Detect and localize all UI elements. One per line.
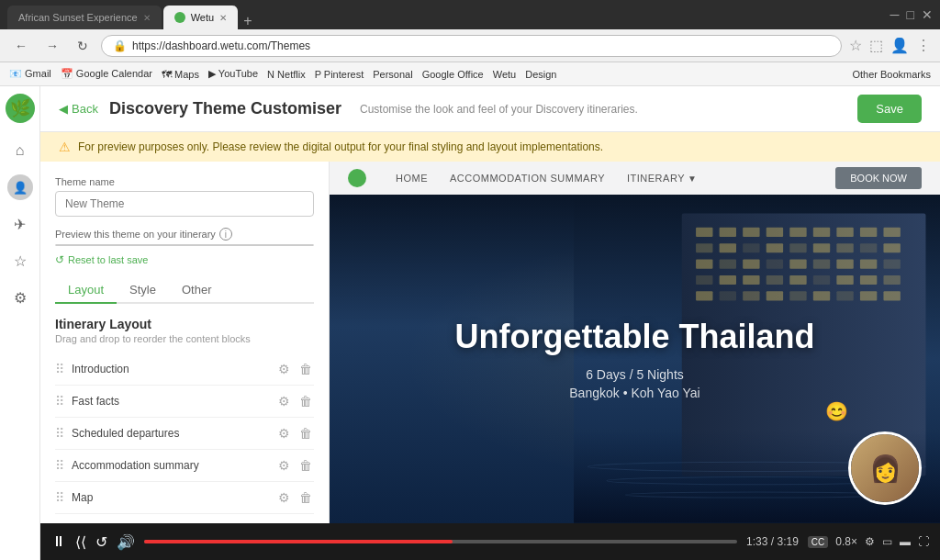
address-bar[interactable]: 🔒 https://dashboard.wetu.com/Themes bbox=[101, 35, 842, 57]
warning-banner: ⚠ For preview purposes only. Please revi… bbox=[40, 132, 940, 162]
save-button[interactable]: Save bbox=[857, 95, 922, 123]
reload-button[interactable]: ↻ bbox=[72, 37, 94, 55]
drag-handle-icon[interactable]: ⠿ bbox=[55, 362, 64, 376]
video-theater-button[interactable]: ▬ bbox=[900, 535, 911, 548]
drag-handle-icon[interactable]: ⠿ bbox=[55, 490, 64, 505]
settings-icon[interactable]: ⚙ bbox=[276, 424, 292, 442]
video-fullscreen-button[interactable]: ⛶ bbox=[918, 535, 929, 548]
bookmark-wetu[interactable]: Wetu bbox=[493, 69, 516, 80]
bookmark-netflix[interactable]: N Netflix bbox=[267, 69, 306, 80]
video-speed-button[interactable]: 0.8× bbox=[835, 535, 857, 548]
layout-item: ⠿ Fast facts ⚙ 🗑 bbox=[55, 386, 314, 418]
hero-duration: 6 Days / 5 Nights bbox=[586, 367, 684, 382]
home-icon: ⌂ bbox=[16, 142, 25, 159]
sidebar-icon-user[interactable]: 👤 bbox=[4, 171, 37, 204]
preview-nav-itinerary[interactable]: ITINERARY ▼ bbox=[627, 173, 697, 184]
tab-close-icon[interactable]: ✕ bbox=[143, 13, 151, 23]
bookmarks-bar: 📧 Gmail 📅 Google Calendar 🗺 Maps ▶ YouTu… bbox=[0, 62, 940, 86]
drag-handle-icon[interactable]: ⠿ bbox=[55, 426, 64, 441]
preview-input-wrap bbox=[55, 244, 314, 246]
warning-text: For preview purposes only. Please review… bbox=[78, 140, 603, 153]
section-title: Itinerary Layout bbox=[55, 317, 314, 331]
bookmark-pinterest[interactable]: P Pinterest bbox=[315, 69, 364, 80]
settings-icon[interactable]: ⚙ bbox=[276, 360, 292, 378]
video-mute-button[interactable]: 🔊 bbox=[117, 533, 135, 551]
map-icon: ✈ bbox=[14, 216, 26, 233]
preview-url-input[interactable] bbox=[56, 244, 313, 246]
hero-meta: 6 Days / 5 Nights Bangkok • Koh Yao Yai bbox=[569, 367, 699, 400]
bookmark-google-office[interactable]: Google Office bbox=[422, 69, 484, 80]
item-name: Introduction bbox=[72, 363, 269, 375]
page-subtitle: Customise the look and feel of your Disc… bbox=[360, 103, 638, 116]
page-header: ◀ Back Discovery Theme Customiser Custom… bbox=[40, 86, 940, 132]
bookmark-youtube[interactable]: ▶ YouTube bbox=[208, 68, 258, 80]
reset-link[interactable]: ↺ Reset to last save bbox=[55, 253, 314, 266]
avatar[interactable]: 🌿 bbox=[6, 94, 35, 123]
preview-nav-accommodation[interactable]: ACCOMMODATION SUMMARY bbox=[450, 173, 605, 184]
tab-wetu[interactable]: Wetu ✕ bbox=[163, 6, 238, 29]
chevron-left-icon: ◀ bbox=[59, 102, 68, 116]
item-name: Scheduled departures bbox=[72, 427, 269, 440]
video-play-button[interactable]: ⏸ bbox=[51, 533, 66, 550]
preview-nav: HOME ACCOMMODATION SUMMARY ITINERARY ▼ B… bbox=[330, 162, 940, 195]
layout-items-list: ⠿ Introduction ⚙ 🗑 ⠿ Fast facts ⚙ bbox=[55, 353, 314, 523]
sidebar-icon-settings[interactable]: ⚙ bbox=[4, 281, 37, 314]
bookmark-star-icon[interactable]: ☆ bbox=[849, 37, 862, 54]
theme-name-label: Theme name bbox=[55, 176, 314, 187]
tab-label: African Sunset Experience bbox=[18, 12, 138, 23]
delete-icon[interactable]: 🗑 bbox=[297, 392, 314, 410]
gear-icon: ⚙ bbox=[14, 289, 27, 307]
tab-african-sunset[interactable]: African Sunset Experience ✕ bbox=[7, 6, 162, 29]
video-progress-bar[interactable] bbox=[144, 540, 737, 543]
settings-icon[interactable]: ⚙ bbox=[276, 456, 292, 475]
back-button[interactable]: ◀ Back bbox=[59, 102, 98, 116]
tab-navigation: Layout Style Other bbox=[55, 277, 314, 304]
preview-nav-home[interactable]: HOME bbox=[396, 173, 428, 184]
participant-avatar: 👩 bbox=[851, 434, 919, 502]
cc-button[interactable]: CC bbox=[808, 536, 828, 548]
info-icon[interactable]: i bbox=[219, 228, 232, 241]
other-bookmarks[interactable]: Other Bookmarks bbox=[852, 69, 931, 80]
bookmark-personal[interactable]: Personal bbox=[373, 69, 412, 80]
tab-style[interactable]: Style bbox=[117, 277, 169, 304]
video-replay-button[interactable]: ↺ bbox=[95, 533, 107, 551]
tab-layout[interactable]: Layout bbox=[55, 277, 117, 304]
window-restore-icon[interactable]: □ bbox=[907, 7, 914, 22]
bookmark-design[interactable]: Design bbox=[525, 69, 556, 80]
theme-name-input[interactable] bbox=[55, 191, 314, 217]
left-panel: Theme name Preview this theme on your it… bbox=[40, 162, 330, 523]
book-now-button[interactable]: BOOK NOW bbox=[835, 167, 922, 189]
sidebar-icon-star[interactable]: ☆ bbox=[4, 244, 37, 277]
delete-icon[interactable]: 🗑 bbox=[297, 456, 314, 475]
reset-icon: ↺ bbox=[55, 253, 64, 266]
video-skip-back-button[interactable]: ⟨⟨ bbox=[75, 533, 86, 551]
bookmark-calendar[interactable]: 📅 Google Calendar bbox=[61, 68, 152, 80]
profile-icon[interactable]: 👤 bbox=[890, 37, 909, 54]
back-nav-button[interactable]: ← bbox=[9, 37, 33, 55]
forward-nav-button[interactable]: → bbox=[40, 37, 64, 55]
tab-close-icon[interactable]: ✕ bbox=[219, 13, 227, 23]
delete-icon[interactable]: 🗑 bbox=[297, 360, 314, 378]
sidebar-icon-itinerary[interactable]: ✈ bbox=[4, 207, 37, 241]
layout-item: ⠿ Scheduled departures ⚙ 🗑 bbox=[55, 418, 314, 450]
delete-icon[interactable]: 🗑 bbox=[297, 488, 314, 507]
drag-handle-icon[interactable]: ⠿ bbox=[55, 394, 64, 409]
window-minimize-icon[interactable]: ─ bbox=[890, 7, 900, 22]
drag-handle-icon[interactable]: ⠿ bbox=[55, 458, 64, 473]
window-close-icon[interactable]: ✕ bbox=[922, 7, 933, 22]
new-tab-button[interactable]: + bbox=[240, 13, 255, 29]
settings-icon[interactable]: ⚙ bbox=[276, 488, 292, 507]
delete-icon[interactable]: 🗑 bbox=[297, 424, 314, 442]
tab-other[interactable]: Other bbox=[169, 277, 225, 304]
sidebar-icon-home[interactable]: ⌂ bbox=[4, 134, 37, 167]
bookmark-gmail[interactable]: 📧 Gmail bbox=[9, 68, 51, 80]
video-settings-button[interactable]: ⚙ bbox=[865, 535, 875, 548]
bookmark-maps[interactable]: 🗺 Maps bbox=[162, 69, 199, 80]
reset-label: Reset to last save bbox=[68, 254, 148, 265]
video-pip-button[interactable]: ▭ bbox=[882, 535, 892, 548]
app-sidebar: 🌿 ⌂ 👤 ✈ ☆ ⚙ bbox=[0, 86, 40, 560]
section-subtitle: Drag and drop to reorder the content blo… bbox=[55, 333, 314, 344]
menu-icon[interactable]: ⋮ bbox=[916, 37, 931, 54]
extensions-icon[interactable]: ⬚ bbox=[869, 37, 883, 54]
settings-icon[interactable]: ⚙ bbox=[276, 392, 292, 410]
